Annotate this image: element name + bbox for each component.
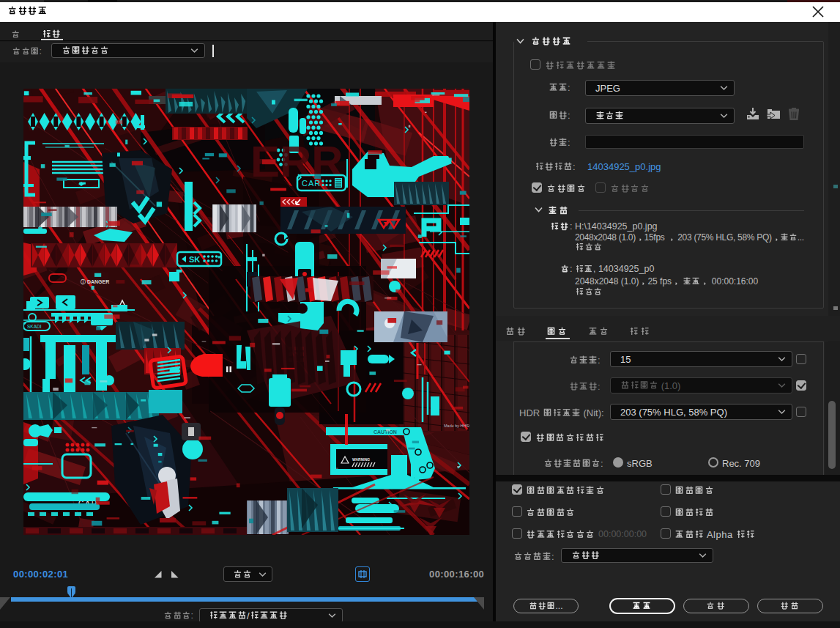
svg-text:Made by HHS60: Made by HHS60 [444, 424, 469, 428]
svg-text:ⓘ DANGER: ⓘ DANGER [81, 278, 109, 285]
svg-text:CAUTION: CAUTION [373, 429, 397, 435]
svg-text:WARNING: WARNING [352, 457, 370, 462]
svg-text:CAR: CAR [302, 179, 321, 188]
svg-text:SKADI: SKADI [27, 324, 42, 329]
svg-text:SK: SK [189, 255, 200, 264]
